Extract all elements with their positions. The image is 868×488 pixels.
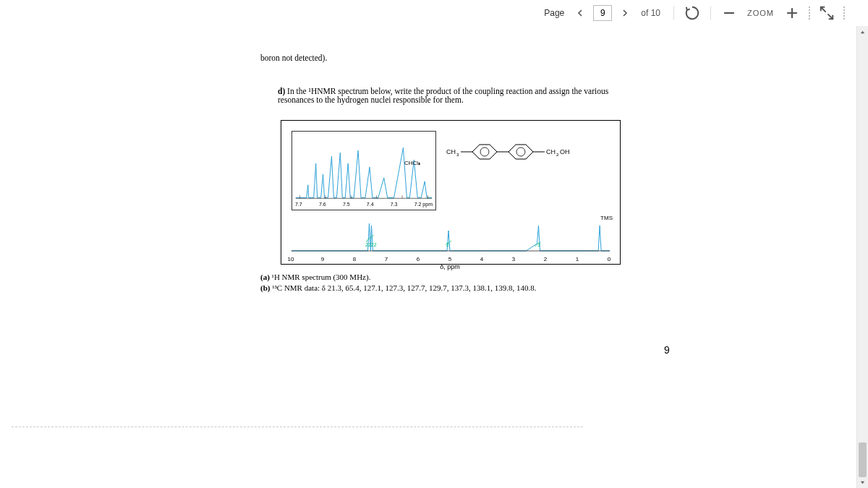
integral-value: 2 xyxy=(446,242,449,247)
nmr-main-spectrum xyxy=(281,222,620,252)
question-d-label: d) xyxy=(278,87,285,95)
minus-icon xyxy=(721,5,737,21)
zoom-label: ZOOM xyxy=(747,9,774,17)
page-total-label: of 10 xyxy=(641,8,660,18)
axis-label: δ, ppm xyxy=(440,263,460,270)
triangle-up-icon xyxy=(859,29,866,35)
axis-tick: 7 xyxy=(385,256,388,262)
separator xyxy=(710,7,711,20)
scrollbar-thumb[interactable] xyxy=(859,442,867,477)
svg-text:OH: OH xyxy=(560,148,570,155)
document-page: boron not detected). d) In the ¹HNMR spe… xyxy=(208,26,678,488)
svg-marker-12 xyxy=(509,145,533,159)
caption-a-text: ¹H NMR spectrum (300 MHz). xyxy=(270,273,371,281)
scrollbar-track[interactable] xyxy=(859,38,867,476)
caption-b-label: (b) xyxy=(260,283,270,292)
next-page-button[interactable] xyxy=(618,4,632,22)
page-divider xyxy=(12,427,583,427)
triangle-down-icon xyxy=(859,479,866,486)
page-number-input[interactable] xyxy=(593,5,612,21)
pdf-toolbar: Page of 10 ZOOM xyxy=(0,0,868,26)
integral-value: 3 xyxy=(537,242,540,247)
axis-tick: 3 xyxy=(512,256,515,262)
page-number-annotation: 9 xyxy=(664,344,670,356)
prev-page-button[interactable] xyxy=(573,4,587,22)
axis-tick: 0 xyxy=(608,256,610,262)
caption-b-text: ¹³C NMR data: δ 21.3, 65.4, 127.1, 127.3… xyxy=(270,283,536,292)
axis-tick: 2 xyxy=(544,256,547,262)
scroll-down-button[interactable] xyxy=(857,476,868,488)
page-label: Page xyxy=(544,8,564,18)
svg-text:2: 2 xyxy=(556,153,559,157)
chevron-left-icon xyxy=(576,9,584,17)
solvent-label: CHCl₃ xyxy=(404,160,420,166)
axis-tick: 1 xyxy=(576,256,579,262)
chevron-right-icon xyxy=(621,9,629,17)
molecule-structure: CH 3 CH 2 OH xyxy=(446,138,591,174)
text-fragment-top: boron not detected). xyxy=(260,53,327,62)
plus-icon xyxy=(784,5,800,21)
main-axis-ticks: 10 9 8 7 6 5 4 3 2 1 0 δ, ppm xyxy=(281,256,621,267)
nmr-inset: 7.7 7.6 7.5 7.4 7.3 7.2 ppm xyxy=(292,131,436,210)
inset-axis-line xyxy=(292,132,435,210)
integral-value: 2222 xyxy=(365,242,377,247)
svg-point-10 xyxy=(480,147,489,156)
separator-dotted xyxy=(809,7,810,20)
separator-dotted xyxy=(843,7,845,20)
axis-tick: 5 xyxy=(448,256,451,262)
axis-tick: 8 xyxy=(353,256,356,262)
zoom-out-button[interactable] xyxy=(721,5,737,21)
svg-marker-9 xyxy=(472,145,497,159)
scroll-up-button[interactable] xyxy=(857,26,868,38)
tms-label: TMS xyxy=(600,215,613,221)
svg-text:3: 3 xyxy=(456,153,459,157)
fullscreen-button[interactable] xyxy=(819,5,835,21)
vertical-scrollbar[interactable] xyxy=(856,26,868,488)
mol-ch2oh: CH xyxy=(546,148,556,155)
axis-tick: 10 xyxy=(288,256,294,262)
rotate-button[interactable] xyxy=(684,5,700,21)
mol-ch3: CH xyxy=(446,148,456,155)
svg-point-13 xyxy=(516,147,525,156)
caption-a-label: (a) xyxy=(260,273,270,281)
axis-tick: 4 xyxy=(480,256,483,262)
axis-tick: 9 xyxy=(321,256,324,262)
document-viewport[interactable]: boron not detected). d) In the ¹HNMR spe… xyxy=(0,26,856,488)
question-d-text: In the ¹HNMR spectrum below, write the p… xyxy=(278,87,608,104)
zoom-in-button[interactable] xyxy=(784,5,800,21)
rotate-icon xyxy=(684,5,700,21)
nmr-figure: 7.7 7.6 7.5 7.4 7.3 7.2 ppm CHCl xyxy=(281,120,621,265)
separator xyxy=(673,7,674,20)
figure-caption: (a) ¹H NMR spectrum (300 MHz). (b) ¹³C N… xyxy=(260,272,537,294)
axis-tick: 6 xyxy=(417,256,420,262)
question-d: d) In the ¹HNMR spectrum below, write th… xyxy=(278,87,639,104)
expand-icon xyxy=(819,5,835,21)
